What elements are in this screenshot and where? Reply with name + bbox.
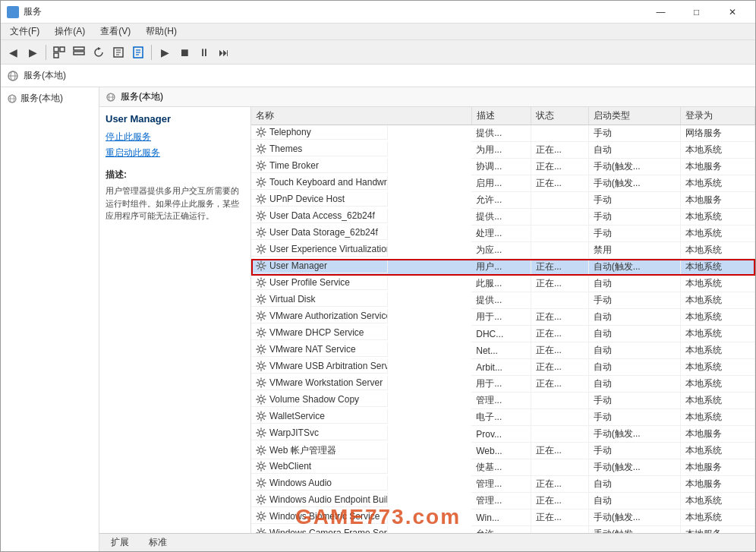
service-status-cell: 正在... bbox=[531, 276, 588, 292]
bottom-tabs: 扩展 标准 bbox=[99, 533, 755, 551]
restart-service-button[interactable]: ⏭ bbox=[215, 43, 233, 62]
svg-point-32 bbox=[259, 213, 263, 217]
service-desc-cell: 此服... bbox=[471, 276, 531, 292]
service-startup-cell: 手动(触发... bbox=[588, 159, 680, 175]
table-row[interactable]: VMware Workstation Server用于...正在...自动本地系… bbox=[251, 376, 755, 393]
service-status-cell bbox=[531, 393, 588, 409]
service-desc-cell: 启用... bbox=[471, 175, 531, 192]
menu-action[interactable]: 操作(A) bbox=[49, 24, 91, 39]
service-desc-cell: Prov... bbox=[471, 426, 531, 443]
back-button[interactable]: ◀ bbox=[4, 43, 22, 62]
service-status-cell bbox=[531, 459, 588, 476]
table-row[interactable]: User Experience Virtualization Service为应… bbox=[251, 242, 755, 259]
export-button[interactable] bbox=[109, 43, 128, 62]
svg-rect-3 bbox=[14, 13, 17, 16]
table-row[interactable]: Touch Keyboard and Handwriting Panel Ser… bbox=[251, 175, 755, 192]
table-row[interactable]: VMware USB Arbitration ServiceArbit...正在… bbox=[251, 359, 755, 376]
table-row[interactable]: Time Broker协调...正在...手动(触发...本地服务 bbox=[251, 159, 755, 175]
service-desc-cell: 允许... bbox=[471, 526, 531, 534]
table-row[interactable]: UPnP Device Host允许...手动本地服务 bbox=[251, 192, 755, 209]
table-row[interactable]: Themes为用...正在...自动本地系统 bbox=[251, 142, 755, 159]
service-login-cell: 本地系统 bbox=[680, 276, 754, 292]
col-desc: 描述 bbox=[471, 107, 531, 125]
table-row[interactable]: Volume Shadow Copy管理...手动本地系统 bbox=[251, 393, 755, 409]
left-panel-services[interactable]: 服务(本地) bbox=[4, 90, 96, 106]
menu-help[interactable]: 帮助(H) bbox=[140, 24, 183, 39]
service-status-cell: 正在... bbox=[531, 443, 588, 459]
table-row[interactable]: User Data Storage_62b24f处理...手动本地系统 bbox=[251, 226, 755, 242]
table-row[interactable]: WalletService电子...手动本地系统 bbox=[251, 409, 755, 426]
table-row[interactable]: Windows Audio管理...正在...自动本地服务 bbox=[251, 476, 755, 493]
table-row[interactable]: User Data Access_62b24f提供...手动本地系统 bbox=[251, 209, 755, 226]
table-row[interactable]: WarpJITSvcProv...手动(触发...本地服务 bbox=[251, 426, 755, 443]
service-startup-cell: 自动 bbox=[588, 276, 680, 292]
table-row[interactable]: Windows Biometric ServiceWin...正在...手动(触… bbox=[251, 509, 755, 526]
svg-rect-7 bbox=[74, 47, 84, 50]
tab-standard[interactable]: 标准 bbox=[140, 534, 175, 551]
right-header-label: 服务(本地) bbox=[121, 90, 163, 103]
menu-file[interactable]: 文件(F) bbox=[4, 24, 46, 39]
right-body: User Manager 停止此服务 重启动此服务 描述: 用户管理器提供多用户… bbox=[99, 107, 755, 533]
maximize-button[interactable]: □ bbox=[679, 1, 713, 24]
svg-point-27 bbox=[259, 130, 263, 134]
service-startup-cell: 手动 bbox=[588, 209, 680, 226]
table-row[interactable]: VMware DHCP ServiceDHC...正在...自动本地系统 bbox=[251, 326, 755, 342]
service-desc-cell: 提供... bbox=[471, 125, 531, 142]
menu-view[interactable]: 查看(V) bbox=[94, 24, 137, 39]
service-name-cell: Windows Audio Endpoint Builder bbox=[251, 493, 388, 507]
close-button[interactable]: ✕ bbox=[715, 1, 749, 24]
service-name-cell: WebClient bbox=[251, 459, 388, 474]
forward-button[interactable]: ▶ bbox=[24, 43, 42, 62]
service-login-cell: 本地系统 bbox=[680, 409, 754, 426]
service-desc-cell: 用于... bbox=[471, 376, 531, 393]
table-row[interactable]: User Profile Service此服...正在...自动本地系统 bbox=[251, 276, 755, 292]
collapse-button[interactable] bbox=[70, 43, 88, 62]
refresh-button[interactable] bbox=[90, 43, 108, 62]
service-status-cell: 正在... bbox=[531, 175, 588, 192]
service-startup-cell: 自动 bbox=[588, 376, 680, 393]
service-desc-cell: 为应... bbox=[471, 242, 531, 259]
svg-rect-1 bbox=[14, 8, 17, 11]
svg-rect-5 bbox=[60, 47, 65, 52]
svg-point-44 bbox=[259, 414, 263, 418]
main-window: 服务 — □ ✕ 文件(F) 操作(A) 查看(V) 帮助(H) ◀ ▶ bbox=[0, 0, 756, 552]
service-startup-cell: 自动(触发... bbox=[588, 259, 680, 276]
col-login: 登录为 bbox=[680, 107, 754, 125]
service-login-cell: 本地系统 bbox=[680, 309, 754, 326]
service-login-cell: 本地系统 bbox=[680, 259, 754, 276]
table-row[interactable]: VMware Authorization Service用于...正在...自动… bbox=[251, 309, 755, 326]
table-row[interactable]: Telephony提供...手动网络服务 bbox=[251, 125, 755, 142]
service-desc-cell: 为用... bbox=[471, 142, 531, 159]
show-hide-button[interactable] bbox=[50, 43, 68, 62]
service-desc-cell: 允许... bbox=[471, 192, 531, 209]
service-login-cell: 本地系统 bbox=[680, 226, 754, 242]
service-login-cell: 本地服务 bbox=[680, 192, 754, 209]
service-list[interactable]: 名称 描述 状态 启动类型 登录为 Telephony提供...手动网络服务 T… bbox=[251, 107, 755, 533]
table-row[interactable]: Windows Camera Frame Server允许...手动(触发...… bbox=[251, 526, 755, 534]
service-startup-cell: 手动(触发... bbox=[588, 509, 680, 526]
minimize-button[interactable]: — bbox=[644, 1, 678, 24]
properties-button[interactable] bbox=[129, 43, 147, 62]
table-row[interactable]: VMware NAT ServiceNet...正在...自动本地系统 bbox=[251, 342, 755, 359]
restart-service-link[interactable]: 重启动此服务 bbox=[106, 147, 244, 159]
table-row[interactable]: Windows Audio Endpoint Builder管理...正在...… bbox=[251, 493, 755, 509]
pause-service-button[interactable]: ⏸ bbox=[195, 43, 213, 62]
tab-expand[interactable]: 扩展 bbox=[102, 534, 137, 551]
svg-marker-9 bbox=[98, 47, 101, 50]
service-name-cell: WarpJITSvc bbox=[251, 426, 388, 440]
service-startup-cell: 自动 bbox=[588, 309, 680, 326]
service-name-cell: UPnP Device Host bbox=[251, 192, 388, 207]
menu-bar: 文件(F) 操作(A) 查看(V) 帮助(H) bbox=[1, 24, 755, 40]
start-service-button[interactable]: ▶ bbox=[156, 43, 174, 62]
stop-service-link[interactable]: 停止此服务 bbox=[106, 131, 244, 144]
service-desc-cell: DHC... bbox=[471, 326, 531, 342]
service-login-cell: 本地系统 bbox=[680, 493, 754, 509]
table-row[interactable]: Virtual Disk提供...手动本地系统 bbox=[251, 292, 755, 309]
stop-service-button[interactable]: ⏹ bbox=[175, 43, 194, 62]
service-name-cell: Web 帐户管理器 bbox=[251, 443, 388, 459]
table-row[interactable]: WebClient使基...手动(触发...本地服务 bbox=[251, 459, 755, 476]
table-row[interactable]: User Manager用户...正在...自动(触发...本地系统 bbox=[251, 259, 755, 276]
svg-point-33 bbox=[259, 230, 263, 234]
table-row[interactable]: Web 帐户管理器Web...正在...手动本地系统 bbox=[251, 443, 755, 459]
service-status-cell: 正在... bbox=[531, 309, 588, 326]
